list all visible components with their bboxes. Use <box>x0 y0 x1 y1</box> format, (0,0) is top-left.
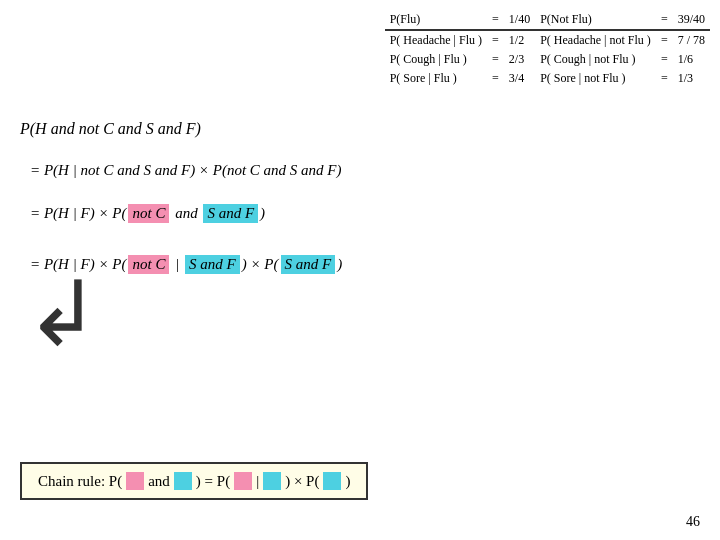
table-cell-flu-label: P(Flu) <box>385 10 487 30</box>
table-cell-notflu-eq: = <box>656 10 673 30</box>
math-line-1: P(H and not C and S and F) <box>20 120 201 138</box>
table-cell-sore-flu: P( Sore | Flu ) <box>385 69 487 88</box>
highlight-not-c-2: not C <box>128 255 169 274</box>
table-cell-flu-val: 1/40 <box>504 10 535 30</box>
prob-table: P(Flu) = 1/40 P(Not Flu) = 39/40 P( Head… <box>385 10 710 88</box>
highlight-s-and-f-2: S and F <box>185 255 240 274</box>
table-cell-sore-notflu: P( Sore | not Flu ) <box>535 69 656 88</box>
table-cell-notflu-val: 39/40 <box>673 10 710 30</box>
chain-rule-box: Chain rule: P( and ) = P( | ) × P( ) <box>20 462 368 500</box>
curly-brace-arrow: ↲ <box>25 270 100 360</box>
chain-rule-paren3: ) <box>345 473 350 490</box>
table-cell-headache-notflu: P( Headache | not Flu ) <box>535 30 656 50</box>
highlight-not-c: not C <box>128 204 169 223</box>
math-line-3: = P(H | F) × P( not C and S and F ) <box>30 204 265 223</box>
table-cell-flu-eq: = <box>487 10 504 30</box>
highlight-s-and-f-3: S and F <box>281 255 336 274</box>
chain-blue-square-2 <box>263 472 281 490</box>
chain-rule-paren2: ) × P( <box>285 473 319 490</box>
table-cell-cough-flu: P( Cough | Flu ) <box>385 50 487 69</box>
table-cell-notflu-label: P(Not Flu) <box>535 10 656 30</box>
chain-rule-and: and <box>148 473 170 490</box>
chain-rule-paren1: ) = P( <box>196 473 230 490</box>
chain-blue-square-1 <box>174 472 192 490</box>
chain-rule-bar: | <box>256 473 259 490</box>
chain-rule-label: Chain rule: P( <box>38 473 122 490</box>
chain-pink-square-2 <box>234 472 252 490</box>
chain-blue-square-3 <box>323 472 341 490</box>
math-line-2: = P(H | not C and S and F) × P(not C and… <box>30 162 342 179</box>
highlight-s-and-f: S and F <box>203 204 258 223</box>
table-cell-headache-flu: P( Headache | Flu ) <box>385 30 487 50</box>
chain-pink-square-1 <box>126 472 144 490</box>
table-cell-cough-notflu: P( Cough | not Flu ) <box>535 50 656 69</box>
page-number: 46 <box>686 514 700 530</box>
